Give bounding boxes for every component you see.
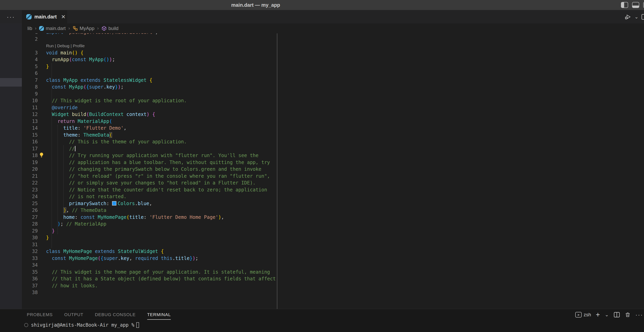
code-token: return — [58, 119, 75, 124]
close-tab-icon[interactable]: ✕ — [61, 14, 66, 20]
code-line[interactable]: 3void main() { — [22, 49, 644, 56]
editor[interactable]: 1import 'package:flutter/material.dart';… — [22, 33, 644, 309]
codelens-row: Run | Debug | Profile — [22, 42, 644, 49]
code-token: ; — [121, 84, 124, 90]
code-token: blue — [138, 201, 150, 206]
panel-tab-terminal[interactable]: TERMINAL — [147, 309, 171, 320]
line-number: 20 — [22, 166, 46, 173]
breadcrumb-item-build[interactable]: build — [102, 26, 118, 31]
code-line[interactable]: 25 primarySwatch: Colors.blue, — [22, 200, 644, 207]
code-line[interactable]: 23 // Notice that the counter didn't res… — [22, 186, 644, 193]
line-content — [46, 36, 644, 43]
code-line[interactable]: 37 // how it looks. — [22, 282, 644, 289]
terminal[interactable]: shivgirja@Amits-MacBook-Air my_app % — [0, 320, 644, 330]
code-line[interactable]: 11 @override — [22, 104, 644, 111]
code-token: extends — [95, 249, 115, 254]
kill-terminal-trash-icon[interactable] — [625, 312, 631, 318]
code-token: home — [63, 214, 75, 220]
code-line[interactable]: 14 title: 'Flutter Demo', — [22, 125, 644, 132]
tab-overflow-menu[interactable]: ··· — [0, 10, 22, 23]
codelens-profile[interactable]: Profile — [73, 42, 85, 49]
code-line[interactable]: 31 — [22, 241, 644, 248]
code-line[interactable]: 15 theme: ThemeData( — [22, 132, 644, 139]
code-rows: 1import 'package:flutter/material.dart';… — [22, 33, 644, 296]
code-line[interactable]: 2 — [22, 36, 644, 43]
code-line[interactable]: 6 — [22, 70, 644, 77]
code-line[interactable]: 9 — [22, 90, 644, 97]
code-token: const — [52, 256, 66, 261]
breadcrumb-item-myapp[interactable]: MyApp — [73, 26, 94, 31]
code-line[interactable]: 27 home: const MyHomePage(title: 'Flutte… — [22, 214, 644, 221]
run-debug-icon[interactable] — [624, 13, 632, 21]
breadcrumb-item-main-dart[interactable]: main.dart — [39, 26, 66, 31]
panel-tab-output[interactable]: OUTPUT — [64, 309, 83, 320]
code-line[interactable]: 4 runApp(const MyApp()); — [22, 56, 644, 63]
code-line[interactable]: 35 // This widget is the home page of yo… — [22, 269, 644, 276]
code-line[interactable]: 10 // This widget is the root of your ap… — [22, 97, 644, 104]
split-terminal-icon[interactable] — [614, 312, 620, 318]
line-content: // application has a blue toolbar. Then,… — [46, 159, 644, 166]
command-decoration-icon[interactable] — [24, 323, 28, 327]
code-line[interactable]: 1import 'package:flutter/material.dart'; — [22, 33, 644, 36]
code-line[interactable]: 36 // that it has a State object (define… — [22, 275, 644, 282]
code-line[interactable]: 22 // or simply save your changes to "ho… — [22, 180, 644, 186]
code-token: ; — [155, 33, 158, 35]
code-line[interactable]: 29 } — [22, 228, 644, 235]
toggle-secondary-sidebar-icon[interactable] — [643, 2, 644, 8]
code-line[interactable]: 33 const MyHomePage({super.key, required… — [22, 255, 644, 262]
code-line[interactable]: 26 ), // ThemeData — [22, 207, 644, 214]
lightbulb-icon[interactable] — [38, 152, 44, 158]
collapsed-editor-group[interactable] — [0, 23, 22, 309]
line-number: 30 — [22, 234, 46, 241]
code-line[interactable]: 18 // Try running your application with … — [22, 152, 644, 159]
titlebar: main.dart — my_app — [0, 0, 644, 10]
code-line[interactable]: 7class MyApp extends StatelessWidget { — [22, 77, 644, 84]
code-line[interactable]: 20 // changing the primarySwatch below t… — [22, 166, 644, 173]
code-line[interactable]: 38 — [22, 289, 644, 296]
code-token: : — [106, 201, 112, 206]
code-line[interactable]: 13 return MaterialApp( — [22, 118, 644, 125]
code-token: { — [101, 256, 104, 261]
code-token: // MaterialApp — [66, 221, 106, 227]
line-number: 23 — [22, 186, 46, 193]
vscode-window: { "window": { "title": "main.dart — my_a… — [0, 0, 644, 332]
code-line[interactable]: 28 ); // MaterialApp — [22, 221, 644, 228]
terminal-dropdown-chevron-icon[interactable]: ⌄ — [605, 312, 609, 318]
code-line[interactable]: 19 // application has a blue toolbar. Th… — [22, 159, 644, 166]
code-token: ) — [118, 84, 120, 90]
terminal-instance-badge[interactable]: > zsh — [575, 312, 591, 318]
code-line[interactable]: 12 Widget build(BuildContext context) { — [22, 111, 644, 118]
code-token: // how it looks. — [52, 283, 98, 289]
code-line[interactable]: 32class MyHomePage extends StatefulWidge… — [22, 248, 644, 255]
code-line[interactable]: 34 — [22, 262, 644, 269]
more-actions-icon[interactable]: ··· — [636, 311, 643, 318]
new-terminal-icon[interactable]: + — [596, 312, 600, 318]
codelens-debug[interactable]: Debug — [57, 42, 70, 49]
panel-tab-problems[interactable]: PROBLEMS — [27, 309, 53, 320]
code-line[interactable]: 24 // is not restarted. — [22, 193, 644, 200]
code-line[interactable]: 16 // This is the theme of your applicat… — [22, 138, 644, 145]
code-token: } — [190, 256, 192, 261]
code-token: { — [161, 249, 164, 254]
toggle-sidebar-icon[interactable] — [621, 2, 628, 8]
code-token — [58, 50, 60, 56]
more-tabs-icon[interactable]: ··· — [7, 15, 15, 19]
split-editor-icon[interactable] — [641, 14, 644, 20]
code-line[interactable]: 21 // "hot reload" (press "r" in the con… — [22, 173, 644, 180]
breadcrumb-item-lib[interactable]: lib — [28, 26, 32, 31]
run-dropdown-chevron-icon[interactable]: ⌄ — [634, 14, 638, 20]
code-line[interactable]: 8 const MyApp({super.key}); — [22, 84, 644, 90]
tab-main-dart[interactable]: main.dart ✕ — [22, 10, 67, 23]
code-token: , — [129, 256, 135, 261]
code-line[interactable]: 30} — [22, 234, 644, 241]
code-line[interactable]: 17 // — [22, 145, 644, 152]
toggle-panel-icon[interactable] — [632, 2, 639, 8]
code-token: StatelessWidget — [104, 77, 146, 83]
code-line[interactable]: 5} — [22, 63, 644, 70]
color-swatch[interactable] — [112, 201, 116, 206]
line-number: 38 — [22, 289, 46, 296]
code-token: // ThemeData — [72, 208, 106, 213]
panel-tab-debug-console[interactable]: DEBUG CONSOLE — [95, 309, 136, 320]
codelens-run[interactable]: Run — [46, 42, 54, 49]
line-content: // changing the primarySwatch below to C… — [46, 166, 644, 173]
